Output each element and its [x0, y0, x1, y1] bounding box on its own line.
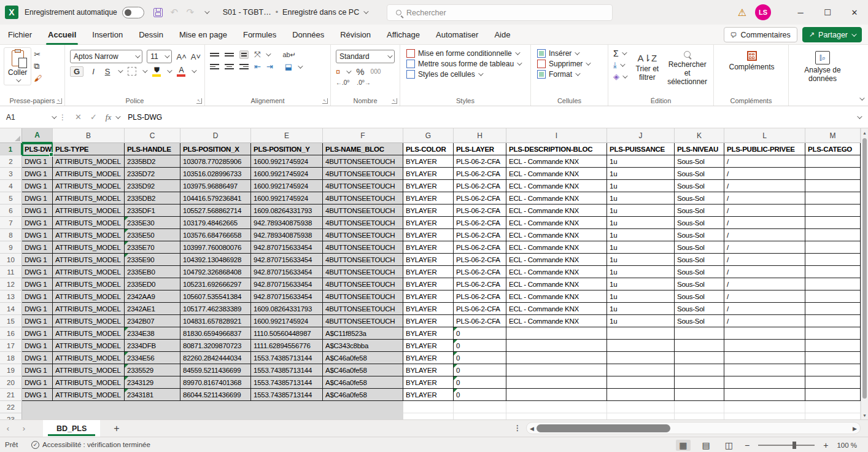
cell[interactable]: Sous-Sol [675, 254, 724, 266]
ribbon-tab-affichage[interactable]: Affichage [379, 25, 428, 45]
zoom-level[interactable]: 100 % [837, 442, 857, 449]
row-header-5[interactable]: 5 [0, 192, 22, 205]
cell[interactable]: 105231.692666297 [180, 278, 251, 290]
cell[interactable]: PLS-HANDLE [125, 143, 180, 155]
cell[interactable] [607, 413, 675, 419]
accounting-chevron-icon[interactable] [346, 68, 351, 73]
accounting-format-icon[interactable]: ¤ [336, 67, 340, 76]
cell[interactable]: ATTRIBUTS_MODEL [53, 229, 125, 241]
ribbon-tab-automatiser[interactable]: Automatiser [428, 25, 486, 45]
increase-indent-icon[interactable]: ⇥ [266, 62, 273, 71]
cell[interactable]: 1110.50560448987 [251, 327, 323, 340]
ribbon-tab-révision[interactable]: Révision [332, 25, 379, 45]
column-header-a[interactable]: A [22, 128, 53, 143]
cell[interactable] [724, 413, 805, 419]
cell[interactable]: / [724, 168, 805, 180]
cell[interactable] [805, 327, 861, 340]
cell[interactable]: PLS-06-2-CFA [454, 278, 506, 290]
cell[interactable]: 103078.770285906 [180, 155, 251, 168]
cell[interactable]: 1u [607, 303, 675, 315]
cell[interactable]: BYLAYER [403, 303, 454, 315]
cell[interactable]: 81830.6594966837 [180, 327, 251, 340]
autosave-toggle[interactable] [122, 7, 144, 18]
cell[interactable]: 1600.9921745924 [251, 192, 323, 205]
cell[interactable]: 80871.3209870723 [180, 340, 251, 352]
normal-view-icon[interactable]: ▦ [676, 440, 690, 451]
row-header-14[interactable]: 14 [0, 303, 22, 315]
conditional-formatting-button[interactable]: Mise en forme conditionnelle [406, 49, 528, 58]
cell[interactable]: Sous-Sol [675, 205, 724, 217]
cell[interactable]: PLS-06-2-CFA [454, 180, 506, 192]
cell[interactable]: DWG 1 [22, 352, 53, 364]
cell[interactable]: DWG 1 [22, 266, 53, 278]
row-header-8[interactable]: 8 [0, 229, 22, 241]
cell[interactable] [607, 340, 675, 352]
cell[interactable]: Sous-Sol [675, 266, 724, 278]
cell[interactable]: 4BUTTONSEETOUCH [323, 278, 403, 290]
user-avatar[interactable]: LS [755, 4, 771, 20]
cell[interactable]: ATTRIBUTS_MODEL [53, 364, 125, 376]
cell[interactable] [403, 401, 454, 413]
cell[interactable]: 2335E30 [125, 217, 180, 229]
zoom-out-icon[interactable]: − [745, 440, 750, 450]
cell[interactable] [506, 327, 607, 340]
cell[interactable]: / [724, 217, 805, 229]
column-header-i[interactable]: I [506, 128, 607, 143]
row-header-1[interactable]: 1 [0, 143, 22, 155]
cell[interactable]: 1u [607, 290, 675, 303]
cell[interactable] [805, 241, 861, 254]
cell[interactable]: BYLAYER [403, 327, 454, 340]
cell[interactable]: PLS-06-2-CFA [454, 168, 506, 180]
cell[interactable] [506, 364, 607, 376]
cell[interactable]: 4BUTTONSEETOUCH [323, 241, 403, 254]
cell[interactable] [675, 340, 724, 352]
row-header-21[interactable]: 21 [0, 389, 22, 401]
prev-sheet-icon[interactable]: ‹ [0, 424, 16, 433]
redo-icon[interactable]: ↷ [182, 4, 198, 20]
cell[interactable]: BYLAYER [403, 376, 454, 389]
cell[interactable]: PLS-COLOR [403, 143, 454, 155]
cell[interactable]: 942.789340875938 [251, 229, 323, 241]
cell[interactable]: / [724, 254, 805, 266]
share-button[interactable]: ↗ Partager [802, 27, 862, 42]
column-header-k[interactable]: K [675, 128, 724, 143]
row-header-16[interactable]: 16 [0, 327, 22, 340]
cell[interactable]: PLS-POSITION_X [180, 143, 251, 155]
row-header-23[interactable]: 23 [0, 413, 22, 419]
add-sheet-button[interactable]: + [114, 423, 119, 434]
cell[interactable]: 2335529 [125, 364, 180, 376]
cell[interactable]: 1600.9921745924 [251, 168, 323, 180]
cell[interactable] [805, 340, 861, 352]
cell[interactable]: BYLAYER [403, 229, 454, 241]
cell[interactable]: ECL - Commande KNX [506, 229, 607, 241]
cell[interactable] [805, 229, 861, 241]
cell[interactable]: ATTRIBUTS_MODEL [53, 168, 125, 180]
cell[interactable]: PLS-06-2-CFA [454, 266, 506, 278]
cell[interactable]: ATTRIBUTS_MODEL [53, 266, 125, 278]
cell[interactable]: PLS-PUBLIC-PRIVEE [724, 143, 805, 155]
cell[interactable]: 1111.62894556776 [251, 340, 323, 352]
cell[interactable]: 0 [454, 352, 506, 364]
cell[interactable]: PLS-DWG [22, 143, 53, 155]
cell[interactable] [675, 352, 724, 364]
cell[interactable]: / [724, 290, 805, 303]
cell[interactable]: Sous-Sol [675, 155, 724, 168]
format-as-table-button[interactable]: Mettre sous forme de tableau [406, 60, 528, 68]
cell[interactable]: 4BUTTONSEETOUCH [323, 303, 403, 315]
cell[interactable] [251, 401, 323, 413]
cell[interactable]: ECL - Commande KNX [506, 241, 607, 254]
cell[interactable]: 105177.462383389 [180, 303, 251, 315]
page-layout-view-icon[interactable]: ▤ [699, 440, 713, 451]
cell[interactable]: ATTRIBUTS_MODEL [53, 278, 125, 290]
cell[interactable]: DWG 1 [22, 315, 53, 327]
cell[interactable]: BYLAYER [403, 254, 454, 266]
maximize-button[interactable]: ☐ [814, 0, 841, 25]
cell[interactable] [805, 168, 861, 180]
comma-style-icon[interactable]: 000 [371, 68, 381, 75]
cell[interactable] [506, 352, 607, 364]
align-middle-icon[interactable] [225, 52, 234, 57]
cell[interactable]: PLS-06-2-CFA [454, 155, 506, 168]
merge-center-icon[interactable]: ⬓ [285, 62, 292, 71]
cell[interactable]: 103997.760080076 [180, 241, 251, 254]
cell[interactable]: BYLAYER [403, 266, 454, 278]
